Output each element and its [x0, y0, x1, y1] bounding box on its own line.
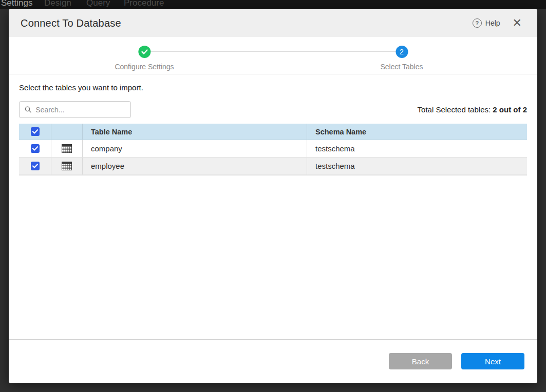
next-button[interactable]: Next — [461, 353, 524, 369]
background-tab-query[interactable]: Query — [86, 0, 110, 9]
select-all-checkbox[interactable] — [31, 127, 40, 136]
total-selected-label: Total Selected tables: — [418, 105, 493, 114]
check-icon — [32, 129, 38, 134]
help-label: Help — [485, 19, 500, 27]
step-configure-settings[interactable]: Configure Settings — [115, 46, 174, 71]
table-name-cell: employee — [91, 162, 124, 170]
search-input[interactable] — [35, 106, 125, 114]
row-checkbox[interactable] — [31, 144, 40, 153]
total-selected-summary: Total Selected tables: 2 out of 2 — [418, 105, 527, 114]
instruction-text: Select the tables you want to import. — [19, 83, 527, 92]
dialog-title: Connect To Database — [21, 17, 121, 29]
stepper-connector-line — [144, 51, 402, 52]
table-row[interactable]: company testschema — [19, 140, 527, 158]
total-selected-value: 2 out of 2 — [493, 105, 527, 114]
step-label-configure-settings: Configure Settings — [115, 63, 174, 71]
check-icon — [32, 164, 38, 168]
step-number-badge: 2 — [396, 46, 408, 58]
schema-name-cell: testschema — [315, 144, 355, 153]
table-grid-icon — [62, 162, 72, 170]
help-button[interactable]: ? Help — [473, 18, 500, 28]
background-tab-bar: Settings Design Query Procedure — [0, 0, 546, 9]
column-header-schema-name: Schema Name — [315, 128, 366, 136]
dialog-footer: Back Next — [9, 339, 537, 383]
wizard-stepper: Configure Settings 2 Select Tables — [9, 37, 537, 74]
close-icon[interactable]: ✕ — [513, 18, 522, 28]
table-row[interactable]: employee testschema — [19, 158, 527, 175]
search-box[interactable] — [19, 101, 131, 118]
search-icon — [25, 106, 31, 113]
help-icon: ? — [473, 18, 482, 28]
row-checkbox[interactable] — [31, 162, 40, 170]
column-header-table-name: Table Name — [91, 128, 132, 136]
tables-list: Table Name Schema Name — [19, 124, 527, 175]
step-label-select-tables: Select Tables — [380, 63, 423, 71]
back-button[interactable]: Back — [389, 353, 452, 369]
schema-name-cell: testschema — [315, 162, 355, 170]
background-tab-design[interactable]: Design — [44, 0, 71, 9]
connect-to-database-dialog: Connect To Database ? Help ✕ Configure S… — [9, 9, 537, 383]
dialog-titlebar: Connect To Database ? Help ✕ — [9, 9, 537, 37]
table-name-cell: company — [91, 144, 122, 153]
step-complete-check-icon — [138, 46, 150, 58]
step-select-tables[interactable]: 2 Select Tables — [380, 46, 423, 71]
background-tab-settings[interactable]: Settings — [1, 0, 32, 9]
check-icon — [32, 146, 38, 151]
table-grid-icon — [62, 144, 72, 153]
dialog-content: Select the tables you want to import. To… — [9, 74, 537, 175]
table-header-row: Table Name Schema Name — [19, 124, 527, 140]
background-tab-procedure[interactable]: Procedure — [124, 0, 164, 9]
